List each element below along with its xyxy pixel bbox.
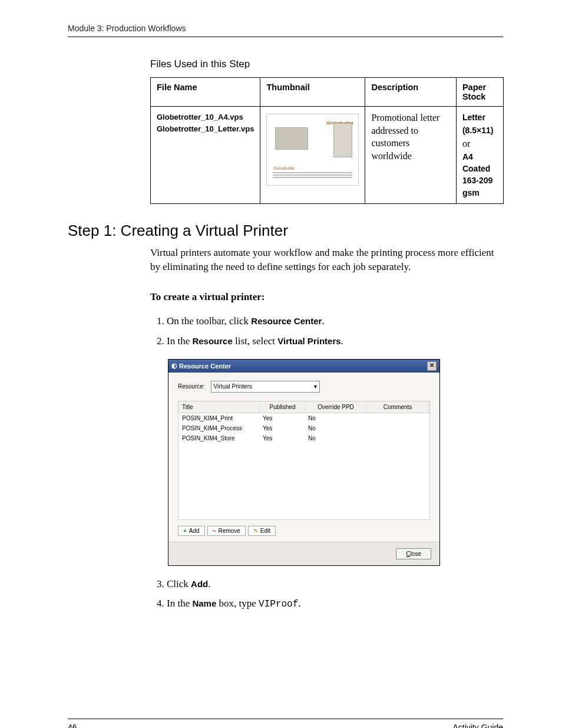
col-description: Description (365, 78, 457, 107)
grid-row[interactable]: POSIN_KIM4_Process Yes No (178, 423, 429, 433)
description-cell: Promotional letter addressed to customer… (365, 107, 457, 204)
page-footer: 46 Activity Guide (68, 719, 503, 728)
resource-select[interactable]: Virtual Printers ▾ (211, 381, 320, 393)
step-item: Click Add. (167, 576, 503, 592)
close-icon[interactable]: ✕ (427, 361, 437, 371)
virtual-printers-grid: Title Published Override PPD Comments PO… (178, 401, 430, 520)
col-override: Override PPD (306, 401, 366, 413)
edit-button[interactable]: ✎ Edit (248, 526, 276, 536)
col-paperstock: Paper Stock (456, 78, 503, 107)
col-filename: File Name (151, 78, 260, 107)
thumbnail-image: Globetrotter Globetrotter (266, 114, 359, 186)
procedure-list: On the toolbar, click Resource Center. I… (150, 313, 503, 348)
step-item: In the Resource list, select Virtual Pri… (167, 333, 503, 349)
remove-button[interactable]: − Remove (207, 526, 246, 536)
page-header: Module 3: Production Workflows (68, 24, 503, 37)
grid-row[interactable]: POSIN_KIM4_Print Yes No (178, 413, 429, 423)
window-icon: ◐ (171, 362, 177, 370)
files-table: File Name Thumbnail Description Paper St… (150, 77, 504, 204)
step-heading: Step 1: Creating a Virtual Printer (68, 222, 503, 240)
minus-icon: − (213, 528, 216, 534)
add-button[interactable]: + Add (178, 526, 205, 536)
step-item: On the toolbar, click Resource Center. (167, 313, 503, 329)
resource-center-dialog: ◐ Resource Center ✕ Resource: Virtual Pr… (168, 359, 440, 566)
resource-value: Virtual Printers (214, 383, 252, 390)
intro-paragraph: Virtual printers automate your workflow … (150, 246, 503, 274)
step-item: In the Name box, type VIProof. (167, 595, 503, 612)
procedure-title: To create a virtual printer: (150, 291, 503, 303)
pencil-icon: ✎ (253, 528, 258, 534)
section-title: Files Used in this Step (150, 58, 503, 70)
col-thumbnail: Thumbnail (260, 78, 365, 107)
plus-icon: + (183, 528, 187, 534)
paperstock-cell: Letter (8.5×11) or A4 Coated 163-209 gsm (456, 107, 503, 204)
close-button[interactable]: Close (396, 548, 431, 559)
filename: Globetrotter_10_Letter.vps (157, 123, 254, 135)
doc-title: Activity Guide (452, 723, 503, 728)
grid-row[interactable]: POSIN_KIM4_Store Yes No (178, 433, 429, 443)
col-published: Published (260, 401, 306, 413)
procedure-list-cont: Click Add. In the Name box, type VIProof… (150, 576, 503, 612)
page-number: 46 (68, 723, 77, 728)
table-row: Globetrotter_10_A4.vps Globetrotter_10_L… (151, 107, 504, 204)
chevron-down-icon: ▾ (314, 383, 317, 390)
col-title: Title (178, 401, 260, 413)
filename: Globetrotter_10_A4.vps (157, 111, 254, 123)
dialog-titlebar: ◐ Resource Center ✕ (168, 360, 439, 373)
col-comments: Comments (366, 401, 429, 413)
resource-label: Resource: (178, 383, 205, 390)
dialog-title: Resource Center (179, 363, 231, 370)
